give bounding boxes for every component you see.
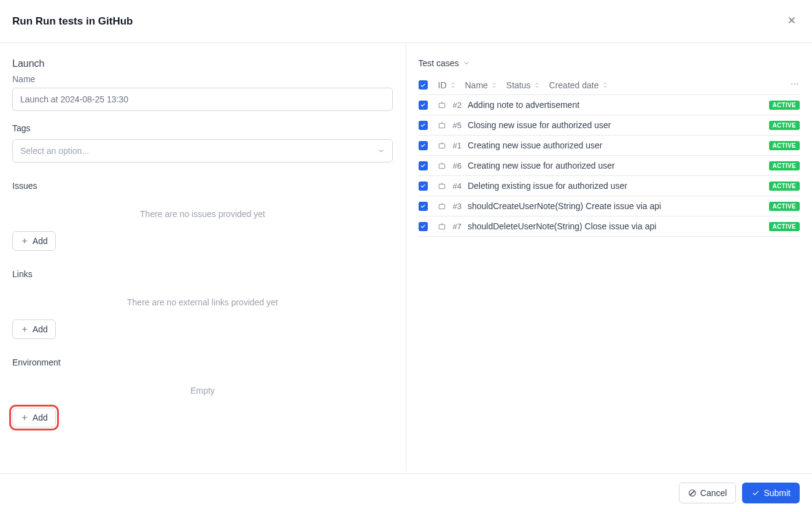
dots-icon <box>790 79 800 89</box>
launch-name-input[interactable] <box>12 88 393 111</box>
row-checkbox[interactable] <box>419 141 428 150</box>
sort-icon <box>449 82 457 89</box>
env-label: Environment <box>12 357 393 367</box>
svg-rect-8 <box>439 204 444 208</box>
cancel-button[interactable]: Cancel <box>679 483 737 503</box>
links-label: Links <box>12 269 393 279</box>
column-created[interactable]: Created date <box>549 80 609 90</box>
check-icon <box>420 203 426 209</box>
page-title: Run Run tests in GitHub <box>12 15 133 28</box>
tags-select[interactable]: Select an option... <box>12 139 393 162</box>
name-label: Name <box>12 74 393 84</box>
table-row[interactable]: #6 Creating new issue for authorized use… <box>419 156 800 176</box>
svg-rect-3 <box>439 103 444 107</box>
automation-icon <box>437 140 447 150</box>
status-badge: ACTIVE <box>769 222 800 231</box>
automation-icon <box>437 221 447 231</box>
check-icon <box>420 82 426 88</box>
row-checkbox[interactable] <box>419 202 428 211</box>
check-icon <box>420 122 426 128</box>
sort-icon <box>601 82 609 89</box>
automation-icon <box>437 181 447 191</box>
table-row[interactable]: #4 Deleting existing issue for authorize… <box>419 176 800 196</box>
add-issue-label: Add <box>33 236 48 246</box>
add-env-label: Add <box>33 413 48 422</box>
add-issue-button[interactable]: Add <box>12 231 56 251</box>
plus-icon <box>20 237 29 245</box>
check-icon <box>420 102 426 108</box>
table-row[interactable]: #7 shouldDeleteUserNote(String) Close is… <box>419 216 800 237</box>
chevron-down-icon <box>377 147 385 155</box>
sort-icon <box>490 82 498 89</box>
row-checkbox[interactable] <box>419 101 428 110</box>
status-badge: ACTIVE <box>769 202 800 211</box>
row-id: #3 <box>453 202 462 211</box>
row-name: shouldDeleteUserNote(String) Close issue… <box>468 221 656 231</box>
row-name: Closing new issue for authorized user <box>468 120 611 130</box>
row-name: shouldCreateUserNote(String) Create issu… <box>468 201 661 211</box>
submit-label: Submit <box>764 488 791 498</box>
svg-rect-9 <box>439 224 444 229</box>
svg-point-0 <box>791 83 792 85</box>
issues-empty: There are no issues provided yet <box>12 197 393 231</box>
check-icon <box>420 183 426 189</box>
issues-label: Issues <box>12 181 393 191</box>
tags-placeholder: Select an option... <box>20 146 89 156</box>
status-badge: ACTIVE <box>769 181 800 191</box>
svg-point-2 <box>797 83 798 85</box>
row-checkbox[interactable] <box>419 181 428 191</box>
row-checkbox[interactable] <box>419 161 428 170</box>
plus-icon <box>20 413 29 422</box>
select-all-checkbox[interactable] <box>419 80 428 90</box>
more-columns-button[interactable] <box>790 79 800 91</box>
svg-rect-7 <box>439 184 444 188</box>
add-env-button[interactable]: Add <box>12 408 56 427</box>
testcases-toggle[interactable]: Test cases <box>419 58 800 68</box>
status-badge: ACTIVE <box>769 161 800 170</box>
column-status[interactable]: Status <box>506 80 541 90</box>
chevron-down-icon <box>463 59 470 67</box>
row-name: Creating new issue for authorized user <box>468 161 615 170</box>
svg-rect-6 <box>439 164 444 168</box>
row-name: Adding note to advertisement <box>468 100 579 110</box>
row-id: #5 <box>453 121 462 130</box>
submit-button[interactable]: Submit <box>742 483 800 503</box>
status-badge: ACTIVE <box>769 101 800 110</box>
table-row[interactable]: #5 Closing new issue for authorized user… <box>419 115 800 136</box>
row-checkbox[interactable] <box>419 121 428 130</box>
add-link-button[interactable]: Add <box>12 319 56 339</box>
table-row[interactable]: #1 Creating new issue authorized user AC… <box>419 136 800 156</box>
cancel-label: Cancel <box>700 488 727 498</box>
row-id: #4 <box>453 181 462 191</box>
launch-section-title: Launch <box>12 58 393 69</box>
col-created-label: Created date <box>549 80 599 90</box>
row-id: #2 <box>453 101 462 110</box>
column-id[interactable]: ID <box>438 80 457 90</box>
col-status-label: Status <box>506 80 531 90</box>
check-icon <box>420 223 426 229</box>
check-icon <box>420 142 426 148</box>
svg-point-1 <box>794 83 795 85</box>
automation-icon <box>437 120 447 130</box>
row-name: Creating new issue authorized user <box>468 140 602 150</box>
automation-icon <box>437 100 447 110</box>
svg-rect-5 <box>439 143 444 148</box>
row-id: #7 <box>453 222 462 231</box>
column-name[interactable]: Name <box>465 80 498 90</box>
row-checkbox[interactable] <box>419 222 428 231</box>
close-icon <box>786 15 797 26</box>
tags-label: Tags <box>12 123 393 133</box>
automation-icon <box>437 201 447 211</box>
col-id-label: ID <box>438 80 447 90</box>
col-name-label: Name <box>465 80 488 90</box>
testcases-title: Test cases <box>419 58 459 68</box>
status-badge: ACTIVE <box>769 121 800 130</box>
cancel-icon <box>688 489 697 497</box>
table-row[interactable]: #2 Adding note to advertisement ACTIVE <box>419 95 800 115</box>
row-name: Deleting existing issue for authorized u… <box>468 181 627 191</box>
add-link-label: Add <box>33 324 48 334</box>
automation-icon <box>437 161 447 170</box>
close-button[interactable] <box>784 12 800 30</box>
row-id: #6 <box>453 161 462 170</box>
table-row[interactable]: #3 shouldCreateUserNote(String) Create i… <box>419 196 800 216</box>
